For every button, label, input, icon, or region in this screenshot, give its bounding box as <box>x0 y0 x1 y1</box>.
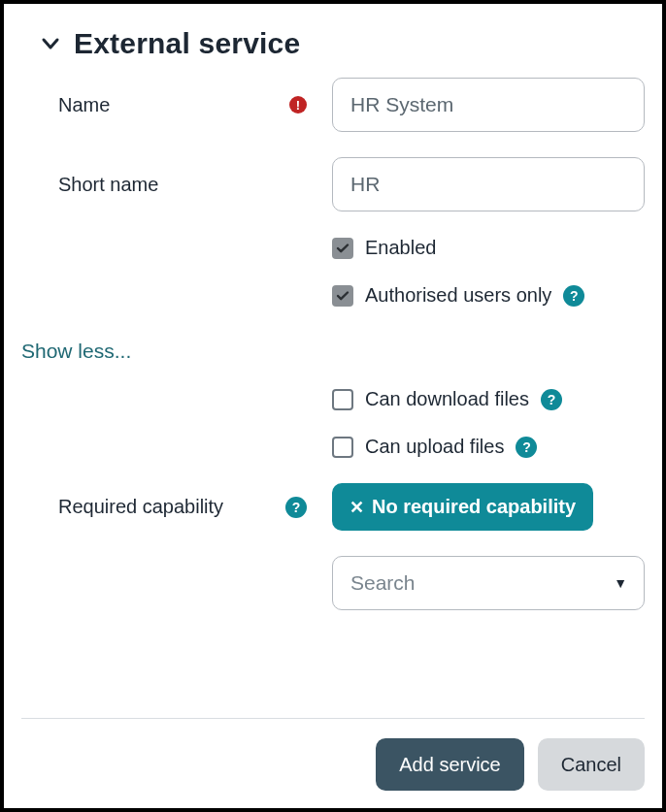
capability-pill-label: No required capability <box>372 496 576 518</box>
cancel-button[interactable]: Cancel <box>538 738 645 791</box>
capability-search-input[interactable] <box>332 556 645 610</box>
add-service-button[interactable]: Add service <box>376 738 524 791</box>
field-row-capability: Required capability ? ✕ No required capa… <box>21 483 645 531</box>
authorised-checkbox[interactable] <box>332 285 353 307</box>
enabled-label: Enabled <box>365 237 436 259</box>
field-row-shortname: Short name <box>21 157 645 211</box>
upload-checkbox[interactable] <box>332 437 353 458</box>
form-footer: Add service Cancel <box>21 718 645 791</box>
external-service-form: External service Name ! Short name Enabl… <box>0 0 666 812</box>
shortname-input[interactable] <box>332 157 645 211</box>
field-row-name: Name ! <box>21 78 645 132</box>
download-checkbox[interactable] <box>332 389 353 410</box>
required-icon: ! <box>289 96 307 114</box>
section-title: External service <box>74 27 300 60</box>
upload-label: Can upload files <box>365 436 504 458</box>
field-row-upload: Can upload files ? <box>21 436 645 458</box>
field-row-search: ▼ <box>21 556 645 610</box>
section-header[interactable]: External service <box>41 27 645 60</box>
show-less-link[interactable]: Show less... <box>21 340 645 363</box>
field-row-download: Can download files ? <box>21 388 645 410</box>
shortname-label: Short name <box>58 174 158 196</box>
field-row-authorised: Authorised users only ? <box>21 284 645 307</box>
help-icon[interactable]: ? <box>563 285 584 307</box>
capability-label: Required capability <box>58 496 223 518</box>
help-icon[interactable]: ? <box>541 389 562 410</box>
enabled-checkbox[interactable] <box>332 238 353 259</box>
field-row-enabled: Enabled <box>21 237 645 259</box>
capability-pill[interactable]: ✕ No required capability <box>332 483 593 531</box>
chevron-down-icon <box>41 34 60 53</box>
help-icon[interactable]: ? <box>516 437 537 458</box>
download-label: Can download files <box>365 388 529 410</box>
help-icon[interactable]: ? <box>285 497 307 518</box>
name-input[interactable] <box>332 78 645 132</box>
name-label: Name <box>58 94 110 116</box>
close-icon: ✕ <box>350 499 364 516</box>
authorised-label: Authorised users only <box>365 284 551 307</box>
